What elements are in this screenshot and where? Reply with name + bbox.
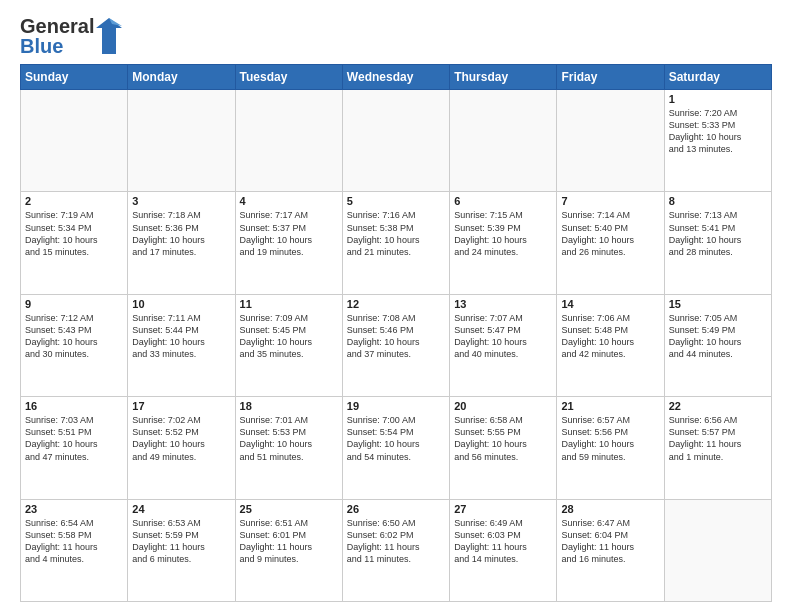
calendar-cell: 6Sunrise: 7:15 AM Sunset: 5:39 PM Daylig… <box>450 192 557 294</box>
day-number: 12 <box>347 298 445 310</box>
day-number: 16 <box>25 400 123 412</box>
page: GeneralBlue SundayMondayTuesdayWednesday… <box>0 0 792 612</box>
calendar-cell: 17Sunrise: 7:02 AM Sunset: 5:52 PM Dayli… <box>128 397 235 499</box>
day-number: 27 <box>454 503 552 515</box>
calendar-cell: 24Sunrise: 6:53 AM Sunset: 5:59 PM Dayli… <box>128 499 235 601</box>
day-info: Sunrise: 7:06 AM Sunset: 5:48 PM Dayligh… <box>561 312 659 361</box>
calendar-cell <box>235 90 342 192</box>
day-info: Sunrise: 6:57 AM Sunset: 5:56 PM Dayligh… <box>561 414 659 463</box>
day-number: 22 <box>669 400 767 412</box>
calendar-cell: 8Sunrise: 7:13 AM Sunset: 5:41 PM Daylig… <box>664 192 771 294</box>
calendar-week-4: 23Sunrise: 6:54 AM Sunset: 5:58 PM Dayli… <box>21 499 772 601</box>
day-info: Sunrise: 7:20 AM Sunset: 5:33 PM Dayligh… <box>669 107 767 156</box>
logo-bird-icon <box>94 16 124 56</box>
calendar-week-3: 16Sunrise: 7:03 AM Sunset: 5:51 PM Dayli… <box>21 397 772 499</box>
weekday-header-saturday: Saturday <box>664 65 771 90</box>
day-info: Sunrise: 7:17 AM Sunset: 5:37 PM Dayligh… <box>240 209 338 258</box>
calendar-cell: 1Sunrise: 7:20 AM Sunset: 5:33 PM Daylig… <box>664 90 771 192</box>
weekday-header-friday: Friday <box>557 65 664 90</box>
weekday-header-row: SundayMondayTuesdayWednesdayThursdayFrid… <box>21 65 772 90</box>
day-info: Sunrise: 6:56 AM Sunset: 5:57 PM Dayligh… <box>669 414 767 463</box>
day-info: Sunrise: 6:47 AM Sunset: 6:04 PM Dayligh… <box>561 517 659 566</box>
logo: GeneralBlue <box>20 16 124 56</box>
day-number: 14 <box>561 298 659 310</box>
calendar-cell: 20Sunrise: 6:58 AM Sunset: 5:55 PM Dayli… <box>450 397 557 499</box>
day-number: 6 <box>454 195 552 207</box>
day-info: Sunrise: 7:07 AM Sunset: 5:47 PM Dayligh… <box>454 312 552 361</box>
calendar-cell: 13Sunrise: 7:07 AM Sunset: 5:47 PM Dayli… <box>450 294 557 396</box>
calendar-cell: 23Sunrise: 6:54 AM Sunset: 5:58 PM Dayli… <box>21 499 128 601</box>
day-info: Sunrise: 7:09 AM Sunset: 5:45 PM Dayligh… <box>240 312 338 361</box>
calendar-week-0: 1Sunrise: 7:20 AM Sunset: 5:33 PM Daylig… <box>21 90 772 192</box>
day-number: 20 <box>454 400 552 412</box>
calendar-body: 1Sunrise: 7:20 AM Sunset: 5:33 PM Daylig… <box>21 90 772 602</box>
day-info: Sunrise: 7:19 AM Sunset: 5:34 PM Dayligh… <box>25 209 123 258</box>
calendar-cell <box>664 499 771 601</box>
calendar-cell: 14Sunrise: 7:06 AM Sunset: 5:48 PM Dayli… <box>557 294 664 396</box>
day-info: Sunrise: 7:03 AM Sunset: 5:51 PM Dayligh… <box>25 414 123 463</box>
day-number: 4 <box>240 195 338 207</box>
calendar-cell: 27Sunrise: 6:49 AM Sunset: 6:03 PM Dayli… <box>450 499 557 601</box>
day-info: Sunrise: 6:58 AM Sunset: 5:55 PM Dayligh… <box>454 414 552 463</box>
weekday-header-thursday: Thursday <box>450 65 557 90</box>
day-info: Sunrise: 7:05 AM Sunset: 5:49 PM Dayligh… <box>669 312 767 361</box>
day-info: Sunrise: 7:01 AM Sunset: 5:53 PM Dayligh… <box>240 414 338 463</box>
calendar-cell: 5Sunrise: 7:16 AM Sunset: 5:38 PM Daylig… <box>342 192 449 294</box>
day-number: 10 <box>132 298 230 310</box>
calendar-week-2: 9Sunrise: 7:12 AM Sunset: 5:43 PM Daylig… <box>21 294 772 396</box>
calendar-cell: 15Sunrise: 7:05 AM Sunset: 5:49 PM Dayli… <box>664 294 771 396</box>
calendar-table: SundayMondayTuesdayWednesdayThursdayFrid… <box>20 64 772 602</box>
day-number: 5 <box>347 195 445 207</box>
day-number: 26 <box>347 503 445 515</box>
day-info: Sunrise: 7:18 AM Sunset: 5:36 PM Dayligh… <box>132 209 230 258</box>
calendar-header: SundayMondayTuesdayWednesdayThursdayFrid… <box>21 65 772 90</box>
calendar-cell <box>557 90 664 192</box>
day-info: Sunrise: 6:50 AM Sunset: 6:02 PM Dayligh… <box>347 517 445 566</box>
day-number: 25 <box>240 503 338 515</box>
day-info: Sunrise: 6:49 AM Sunset: 6:03 PM Dayligh… <box>454 517 552 566</box>
day-info: Sunrise: 7:02 AM Sunset: 5:52 PM Dayligh… <box>132 414 230 463</box>
calendar-cell: 3Sunrise: 7:18 AM Sunset: 5:36 PM Daylig… <box>128 192 235 294</box>
day-number: 15 <box>669 298 767 310</box>
day-info: Sunrise: 7:11 AM Sunset: 5:44 PM Dayligh… <box>132 312 230 361</box>
day-number: 18 <box>240 400 338 412</box>
day-info: Sunrise: 7:14 AM Sunset: 5:40 PM Dayligh… <box>561 209 659 258</box>
weekday-header-tuesday: Tuesday <box>235 65 342 90</box>
day-number: 17 <box>132 400 230 412</box>
day-number: 28 <box>561 503 659 515</box>
calendar-cell: 2Sunrise: 7:19 AM Sunset: 5:34 PM Daylig… <box>21 192 128 294</box>
calendar-cell: 19Sunrise: 7:00 AM Sunset: 5:54 PM Dayli… <box>342 397 449 499</box>
calendar-cell: 7Sunrise: 7:14 AM Sunset: 5:40 PM Daylig… <box>557 192 664 294</box>
calendar-cell: 25Sunrise: 6:51 AM Sunset: 6:01 PM Dayli… <box>235 499 342 601</box>
day-info: Sunrise: 7:00 AM Sunset: 5:54 PM Dayligh… <box>347 414 445 463</box>
calendar-cell: 22Sunrise: 6:56 AM Sunset: 5:57 PM Dayli… <box>664 397 771 499</box>
calendar-cell <box>21 90 128 192</box>
calendar-cell <box>342 90 449 192</box>
day-info: Sunrise: 7:15 AM Sunset: 5:39 PM Dayligh… <box>454 209 552 258</box>
day-number: 11 <box>240 298 338 310</box>
day-info: Sunrise: 6:51 AM Sunset: 6:01 PM Dayligh… <box>240 517 338 566</box>
day-number: 7 <box>561 195 659 207</box>
day-number: 3 <box>132 195 230 207</box>
day-number: 2 <box>25 195 123 207</box>
calendar-week-1: 2Sunrise: 7:19 AM Sunset: 5:34 PM Daylig… <box>21 192 772 294</box>
day-number: 8 <box>669 195 767 207</box>
day-info: Sunrise: 7:13 AM Sunset: 5:41 PM Dayligh… <box>669 209 767 258</box>
weekday-header-monday: Monday <box>128 65 235 90</box>
calendar-cell: 26Sunrise: 6:50 AM Sunset: 6:02 PM Dayli… <box>342 499 449 601</box>
calendar-cell <box>128 90 235 192</box>
weekday-header-wednesday: Wednesday <box>342 65 449 90</box>
calendar-cell: 18Sunrise: 7:01 AM Sunset: 5:53 PM Dayli… <box>235 397 342 499</box>
day-info: Sunrise: 7:08 AM Sunset: 5:46 PM Dayligh… <box>347 312 445 361</box>
day-number: 24 <box>132 503 230 515</box>
day-info: Sunrise: 6:53 AM Sunset: 5:59 PM Dayligh… <box>132 517 230 566</box>
day-number: 13 <box>454 298 552 310</box>
day-number: 19 <box>347 400 445 412</box>
calendar-cell: 10Sunrise: 7:11 AM Sunset: 5:44 PM Dayli… <box>128 294 235 396</box>
calendar-cell: 28Sunrise: 6:47 AM Sunset: 6:04 PM Dayli… <box>557 499 664 601</box>
calendar-cell: 12Sunrise: 7:08 AM Sunset: 5:46 PM Dayli… <box>342 294 449 396</box>
day-number: 1 <box>669 93 767 105</box>
calendar-cell: 16Sunrise: 7:03 AM Sunset: 5:51 PM Dayli… <box>21 397 128 499</box>
calendar-cell: 11Sunrise: 7:09 AM Sunset: 5:45 PM Dayli… <box>235 294 342 396</box>
calendar-cell <box>450 90 557 192</box>
